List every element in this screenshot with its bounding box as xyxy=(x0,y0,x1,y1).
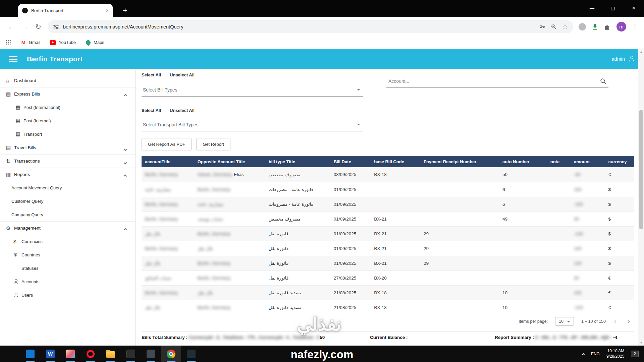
password-key-icon[interactable] xyxy=(539,23,545,30)
scroll-down-icon[interactable]: ▼ xyxy=(638,340,644,346)
scrollbar[interactable]: ▲ ▼ xyxy=(638,49,644,346)
sidebar-item-currencies[interactable]: $Currencies xyxy=(0,235,135,248)
table-row[interactable]: Berfin, Germanyبلال نقلفاتورة نقل01/09/2… xyxy=(142,241,634,256)
table-row[interactable]: Berfin, Germanyمصاريف عامةفاتورة عامة - … xyxy=(142,197,634,212)
table-row[interactable]: بلال نقلBerfin, Germanyفاتورة نقل01/09/2… xyxy=(142,226,634,241)
select-all-link[interactable]: Select All xyxy=(142,108,161,113)
search-icon[interactable] xyxy=(600,78,606,84)
sidebar-item-account-movement-query[interactable]: Account Movement Query xyxy=(0,181,135,194)
taskbar-opera-icon[interactable] xyxy=(80,346,101,362)
gmail-icon: M xyxy=(20,40,26,45)
bookmark-label: Gmail xyxy=(29,40,40,45)
unselect-all-link[interactable]: Unselect All xyxy=(170,108,195,113)
minimize-button[interactable]: — xyxy=(582,0,602,16)
get-report-pdf-button[interactable]: Get Report As PDF xyxy=(142,138,192,150)
browser-tab[interactable]: Berfin Transport × xyxy=(18,4,113,17)
table-cell: فاتورة نقل xyxy=(265,241,330,256)
get-report-button[interactable]: Get Report xyxy=(196,138,230,150)
chevron-up-icon xyxy=(124,93,126,98)
bill-types-dropdown[interactable]: Select Bill Types xyxy=(142,83,363,97)
watermark-domain: nafezly.com xyxy=(291,348,353,361)
sidebar-item-accounts[interactable]: Accounts xyxy=(0,275,135,288)
table-row[interactable]: Berfin, Germanyحساب يوسفمصروف مخصص01/09/… xyxy=(142,212,634,226)
sidebar-item-statuses[interactable]: Statuses xyxy=(0,261,135,275)
user-menu[interactable]: admin xyxy=(612,56,635,62)
browser-menu-icon[interactable]: ⋮ xyxy=(632,23,638,31)
table-cell xyxy=(547,300,571,315)
column-header-base-bill-code: base Bill Code xyxy=(371,156,420,167)
new-tab-button[interactable]: + xyxy=(119,5,131,16)
transport-bill-types-dropdown[interactable]: Select Transport Bill Types xyxy=(142,118,363,131)
sidebar-item-management[interactable]: ⚙Management xyxy=(0,221,135,235)
taskbar-word-icon[interactable]: W xyxy=(40,346,60,362)
tray-expand-icon[interactable] xyxy=(582,353,585,356)
clock[interactable]: 10:10 AM 9/28/2025 xyxy=(606,349,624,359)
sidebar-item-transport[interactable]: ▦Transport xyxy=(0,127,135,141)
bookmark-gmail[interactable]: MGmail xyxy=(20,40,40,45)
sidebar-item-countries[interactable]: ⊕Countries xyxy=(0,248,135,261)
zoom-icon[interactable] xyxy=(551,24,557,30)
sidebar-item-company-query[interactable]: Company Query xyxy=(0,208,135,221)
previous-page-button[interactable] xyxy=(613,318,618,325)
reload-icon[interactable]: ↻ xyxy=(32,23,45,31)
table-cell: 27/08/2025 xyxy=(330,270,371,285)
sidebar-item-dashboard[interactable]: ⌂Dashboard xyxy=(0,74,135,87)
taskbar-media-icon[interactable] xyxy=(181,346,201,362)
tune-icon[interactable] xyxy=(53,24,59,30)
opera-icon xyxy=(87,350,95,358)
back-icon[interactable]: ← xyxy=(5,23,18,31)
tab-close-icon[interactable]: × xyxy=(106,8,109,14)
sidebar-item-transactions[interactable]: ⇅Transactions xyxy=(0,154,135,168)
language-indicator[interactable]: ENG xyxy=(591,352,600,356)
apps-grid-icon[interactable] xyxy=(5,40,11,45)
page-size-select[interactable]: 10 xyxy=(555,317,574,326)
taskbar-chrome-icon[interactable] xyxy=(161,346,181,362)
table-row[interactable]: بلال نقلBerfin, Germanyفاتورة نقل01/09/2… xyxy=(142,256,634,270)
bookmark-star-icon[interactable]: ☆ xyxy=(562,23,568,31)
table-row[interactable]: مصاريف عامةBerfin, Germanyفاتورة عامة - … xyxy=(142,182,634,197)
taskbar-paint-icon[interactable] xyxy=(60,346,80,362)
scrollbar-thumb[interactable] xyxy=(639,110,643,229)
sidebar-item-express-bills[interactable]: ▤Express Bills xyxy=(0,87,135,101)
maximize-button[interactable]: ▢ xyxy=(602,0,623,16)
scroll-up-icon[interactable]: ▲ xyxy=(638,49,644,54)
url-text[interactable]: berfinexpress.premiumasp.net/AccountMove… xyxy=(63,24,534,29)
extension-icon[interactable] xyxy=(579,23,586,31)
column-header-bill-date: Bill Date xyxy=(330,156,371,167)
bookmark-maps[interactable]: Maps xyxy=(85,40,104,45)
table-row[interactable]: حساب السائقBerfin, Germanyفاتورة نقل27/0… xyxy=(142,270,634,285)
unselect-all-link[interactable]: Unselect All xyxy=(170,72,195,77)
table-cell: بلال نقل xyxy=(194,241,265,256)
watermark-arabic: نفذلي xyxy=(297,314,341,335)
taskbar-file-explorer-icon[interactable] xyxy=(101,346,121,362)
taskbar-start-icon[interactable] xyxy=(0,346,20,362)
profile-avatar[interactable]: m xyxy=(616,22,626,32)
sidebar-item-post-internal[interactable]: ▦Post (Internal) xyxy=(0,114,135,127)
next-page-button[interactable] xyxy=(626,318,631,325)
table-cell: € xyxy=(605,270,634,285)
chevron-up-icon xyxy=(124,227,126,232)
table-row[interactable]: Berfin, GermanyAdnan, Germany, Eliasمصرو… xyxy=(142,167,634,182)
taskbar-calculator-icon[interactable] xyxy=(141,346,161,362)
extensions-puzzle-icon[interactable] xyxy=(604,23,611,30)
close-button[interactable]: × xyxy=(623,0,644,16)
download-manager-icon[interactable] xyxy=(592,23,598,30)
table-cell xyxy=(547,212,571,226)
forward-icon[interactable]: → xyxy=(18,23,32,31)
address-bar[interactable]: berfinexpress.premiumasp.net/AccountMove… xyxy=(48,20,573,33)
hamburger-menu-icon[interactable] xyxy=(9,56,17,57)
select-all-link[interactable]: Select All xyxy=(142,72,161,77)
taskbar-vscode-icon[interactable] xyxy=(20,346,40,362)
table-row[interactable]: Berfin, Germanyبلال نقلتسديد فاتورة نقل2… xyxy=(142,285,634,300)
bookmark-youtube[interactable]: YouTube xyxy=(50,40,76,45)
sidebar-item-reports[interactable]: ▥Reports xyxy=(0,168,135,181)
sidebar-item-customer-query[interactable]: Customer Query xyxy=(0,194,135,208)
sidebar-item-post-international[interactable]: ▦Post (International) xyxy=(0,101,135,114)
sidebar-item-label: Transactions xyxy=(14,159,40,164)
table-row[interactable]: بلال نقلBerfin, Germanyتسديد فاتورة نقل2… xyxy=(142,300,634,315)
sidebar-item-travel-bills[interactable]: ▤Travel Bills xyxy=(0,141,135,154)
account-search-input[interactable] xyxy=(388,78,600,84)
sidebar-item-users[interactable]: Users xyxy=(0,288,135,302)
notification-badge[interactable]: 2 xyxy=(631,351,639,357)
taskbar-terminal-icon[interactable] xyxy=(121,346,141,362)
